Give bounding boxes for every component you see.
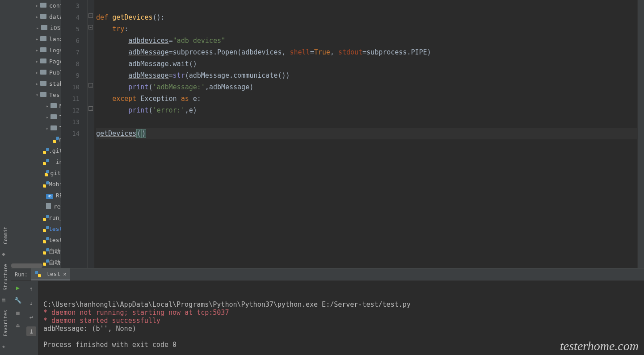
exit-icon[interactable]: ⏏ <box>14 321 22 329</box>
up-icon[interactable]: ↑ <box>26 284 36 293</box>
chevron-right-icon[interactable] <box>36 15 38 19</box>
chevron-right-icon[interactable] <box>46 127 49 130</box>
tree-item-label: test_c <box>49 237 61 243</box>
line-number: 5 <box>61 23 88 35</box>
line-number: 11 <box>61 93 88 104</box>
editor-scrollbar[interactable] <box>637 0 644 268</box>
tree-item[interactable]: Te <box>11 112 61 123</box>
close-icon[interactable]: × <box>63 271 66 277</box>
favorites-icon: ★ <box>2 343 9 350</box>
console-line: * daemon started successfully <box>43 317 639 325</box>
tree-item[interactable]: 自动化 <box>11 246 61 257</box>
console-line: Process finished with exit code 0 <box>43 341 639 349</box>
tree-item[interactable]: TestS <box>11 89 61 100</box>
tree-horiz-scrollbar[interactable] <box>11 263 42 268</box>
code-line[interactable] <box>96 116 637 128</box>
console-output[interactable]: C:\Users\hanhongli\AppData\Local\Program… <box>38 281 644 355</box>
code-line[interactable]: adbdevices="adb devices" <box>96 35 637 46</box>
line-number: 14 <box>61 128 88 139</box>
tree-item[interactable]: Te <box>11 123 61 134</box>
chevron-right-icon[interactable] <box>36 4 38 8</box>
project-tree[interactable]: confdataiOSlanxinlogsPagePublistabilTest… <box>11 0 61 268</box>
tree-item[interactable]: conf <box>11 0 61 11</box>
fold-gutter[interactable]: − − ⌟ ⌟ <box>88 0 94 268</box>
favorites-tool-tab[interactable]: Favorites <box>2 306 9 340</box>
watermark: testerhome.com <box>560 339 639 353</box>
console-line <box>43 333 639 341</box>
fold-region-icon[interactable]: − <box>88 25 93 29</box>
code-line[interactable]: adbMessage=subprocess.Popen(adbdevices, … <box>96 46 637 58</box>
tree-item[interactable]: test.p <box>11 223 61 234</box>
tree-item[interactable]: logs <box>11 45 61 56</box>
run-tab-bar: Run: test × <box>11 268 644 281</box>
run-toolbar-secondary: ↑ ↓ ↩ ⤓ <box>25 281 38 355</box>
chevron-right-icon[interactable] <box>46 116 49 119</box>
tree-item-label: git <box>51 170 61 176</box>
folder-icon <box>40 80 49 87</box>
code-line[interactable]: try: <box>96 23 637 35</box>
folder-icon <box>40 47 49 54</box>
code-line[interactable]: except Exception as e: <box>96 93 637 104</box>
chevron-right-icon[interactable] <box>36 38 38 41</box>
tree-item[interactable]: test_c <box>11 234 61 246</box>
code-line[interactable]: def getDevices(): <box>96 12 637 23</box>
chevron-right-icon[interactable] <box>36 60 38 63</box>
tree-item[interactable]: .gitig <box>11 145 61 156</box>
chevron-right-icon[interactable] <box>36 26 39 30</box>
tree-item-label: Te <box>59 125 61 132</box>
tree-item-label: stabil <box>49 80 61 87</box>
stop-icon[interactable]: ■ <box>14 309 22 317</box>
folder-icon <box>40 2 49 9</box>
chevron-down-icon[interactable] <box>36 93 38 97</box>
code-editor[interactable]: def getDevices(): try: adbdevices="adb d… <box>94 0 637 268</box>
tree-item[interactable]: stabil <box>11 78 61 89</box>
line-number: 12 <box>61 104 88 116</box>
scroll-end-icon[interactable]: ⤓ <box>26 326 36 336</box>
code-line[interactable]: print('adbMessage:',adbMessage) <box>96 81 637 93</box>
tree-item[interactable]: iOS <box>11 22 61 33</box>
tree-item[interactable]: M <box>11 100 61 112</box>
rerun-icon[interactable]: ▶ <box>14 284 22 292</box>
chevron-right-icon[interactable] <box>46 104 49 108</box>
tree-item[interactable]: reque <box>11 201 61 212</box>
tree-item-label: Page <box>49 58 61 65</box>
wrench-icon[interactable]: 🔧 <box>14 296 22 304</box>
soft-wrap-icon[interactable]: ↩ <box>26 312 36 322</box>
console-line: adbMessage: (b'', None) <box>43 325 639 333</box>
md-icon <box>46 192 56 199</box>
structure-tool-tab[interactable]: Structure <box>2 260 9 294</box>
run-tab-test[interactable]: test × <box>31 268 70 280</box>
commit-tool-tab[interactable]: Commit <box>2 223 9 248</box>
tree-item[interactable]: Publi <box>11 67 61 78</box>
tree-item[interactable]: Page <box>11 56 61 67</box>
tree-item[interactable]: run_a <box>11 212 61 223</box>
line-number: 3 <box>61 0 88 12</box>
fold-end-icon[interactable]: ⌟ <box>88 83 93 88</box>
tree-item-label: __init <box>49 159 61 165</box>
fold-region-icon[interactable]: − <box>88 13 93 18</box>
fold-end-icon[interactable]: ⌟ <box>88 106 93 111</box>
editor-pane: 34567891011121314 − − ⌟ ⌟ def getDevices… <box>61 0 644 268</box>
code-line[interactable] <box>96 0 637 12</box>
console-line: * daemon not running; starting now at tc… <box>43 309 639 317</box>
folder-icon <box>40 13 49 20</box>
down-icon[interactable]: ↓ <box>26 298 36 308</box>
tree-item[interactable]: ru <box>11 134 61 145</box>
tree-item-label: run_a <box>49 214 61 221</box>
py-icon <box>46 170 48 176</box>
tree-item[interactable]: git <box>11 167 61 179</box>
code-line[interactable]: adbMessage=str(adbMessage.communicate()) <box>96 70 637 81</box>
tree-item[interactable]: __init <box>11 156 61 167</box>
code-line[interactable]: adbMessage.wait() <box>96 58 637 70</box>
folder-icon <box>40 92 49 98</box>
chevron-right-icon[interactable] <box>36 71 38 75</box>
tree-item[interactable]: Mobi <box>11 179 61 190</box>
tree-item[interactable]: READ <box>11 190 61 201</box>
code-line[interactable]: getDevices() <box>96 128 637 139</box>
tree-item[interactable]: lanxin <box>11 33 61 45</box>
tree-item[interactable]: data <box>11 11 61 22</box>
txt-icon <box>46 203 54 210</box>
chevron-right-icon[interactable] <box>36 49 38 52</box>
code-line[interactable]: print('error:',e) <box>96 104 637 116</box>
chevron-right-icon[interactable] <box>36 82 38 86</box>
